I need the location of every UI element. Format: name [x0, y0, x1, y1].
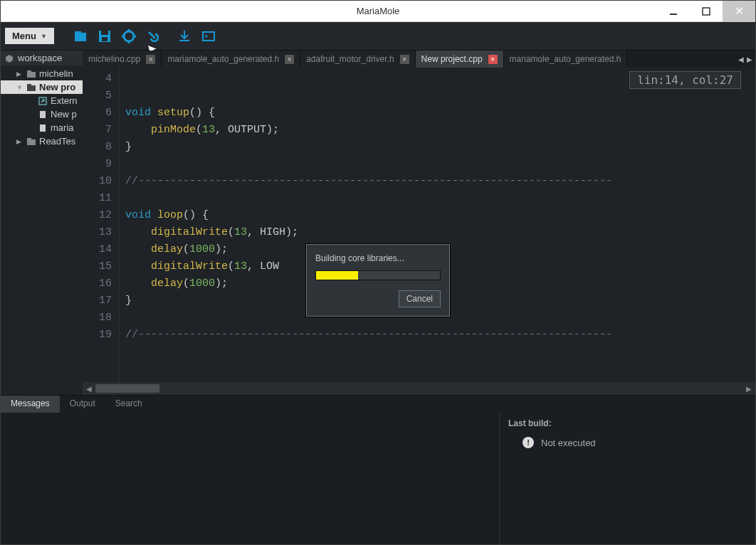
chevron-down-icon: ▼	[41, 33, 47, 40]
bottom-content: Last build: ! Not executed	[1, 413, 755, 544]
cancel-button[interactable]: Cancel	[399, 290, 441, 307]
progress-fill	[316, 271, 358, 280]
line-number: 16	[83, 275, 112, 292]
bottom-tabs: MessagesOutputSearch	[1, 396, 755, 413]
tree-expand-icon: ▶	[16, 138, 23, 145]
progress-bar	[315, 270, 441, 280]
menu-button[interactable]: Menu ▼	[5, 28, 54, 44]
line-number: 10	[83, 173, 112, 190]
editor-tab-2[interactable]: adafruit_motor_driver.h×	[300, 51, 415, 68]
app-window: MariaMole ✕ Menu ▼	[0, 0, 756, 545]
tree-item-icon	[26, 137, 36, 147]
sidebar-item-4[interactable]: maria	[1, 121, 83, 134]
settings-button[interactable]	[117, 26, 141, 47]
sidebar-item-3[interactable]: New p	[1, 107, 83, 121]
sidebar-item-2[interactable]: Extern	[1, 94, 83, 107]
dialog-text: Building core libraries...	[315, 253, 441, 263]
tree-expand-icon: ▼	[16, 84, 23, 91]
sidebar-item-1[interactable]: ▼New pro	[1, 80, 83, 94]
svg-rect-20	[40, 125, 46, 132]
serial-button[interactable]	[196, 26, 221, 47]
scroll-thumb[interactable]	[95, 384, 159, 393]
svg-rect-3	[75, 31, 81, 34]
editor-tab-0[interactable]: michelino.cpp×	[83, 51, 162, 68]
svg-rect-22	[27, 138, 31, 140]
folder-icon	[73, 28, 88, 44]
svg-rect-1	[703, 8, 710, 15]
tree-item-label: New pro	[39, 82, 75, 92]
horizontal-scrollbar[interactable]: ◀ ▶	[83, 382, 755, 395]
tab-scroll-left-icon[interactable]: ◀	[738, 55, 744, 63]
editor-tab-1[interactable]: mariamole_auto_generated.h×	[162, 51, 300, 68]
tab-scroll-right-icon[interactable]: ▶	[747, 55, 752, 63]
sidebar-item-0[interactable]: ▶michelin	[1, 67, 83, 80]
tab-close-icon[interactable]: ×	[146, 55, 155, 64]
close-icon: ✕	[735, 4, 744, 18]
tab-close-icon[interactable]: ×	[488, 55, 498, 64]
close-button[interactable]: ✕	[723, 1, 755, 22]
tree-item-icon	[38, 123, 48, 133]
tree-expand-icon: ▶	[16, 70, 23, 78]
sidebar-header[interactable]: workspace	[1, 51, 83, 65]
code-text[interactable]: void setup() { pinMode(13, OUTPUT); } //…	[120, 68, 755, 382]
tab-close-icon[interactable]: ×	[400, 55, 409, 64]
scroll-left-icon[interactable]: ◀	[83, 382, 95, 395]
download-icon	[177, 28, 192, 44]
last-build-title: Last build:	[508, 418, 747, 428]
tab-label: adafruit_motor_driver.h	[306, 54, 394, 64]
editor-area: michelino.cpp×mariamole_auto_generated.h…	[83, 51, 755, 395]
svg-rect-13	[203, 32, 214, 41]
editor-tab-4[interactable]: mariamole_auto_generated.h	[504, 51, 628, 68]
minimize-button[interactable]	[657, 1, 690, 22]
line-number: 17	[83, 292, 112, 309]
svg-rect-5	[101, 31, 108, 35]
toolbar: Menu ▼	[1, 22, 755, 51]
maximize-button[interactable]	[690, 1, 723, 22]
tab-label: New project.cpp	[421, 54, 483, 64]
workspace-icon	[5, 54, 14, 63]
tab-label: mariamole_auto_generated.h	[167, 54, 279, 64]
open-folder-button[interactable]	[68, 26, 93, 47]
sidebar-header-label: workspace	[18, 53, 62, 63]
cursor-position: lin:14, col:27	[629, 71, 741, 89]
editor[interactable]: 45678910111213141516171819 void setup() …	[83, 68, 755, 382]
svg-rect-21	[27, 139, 36, 145]
tab-strip: michelino.cpp×mariamole_auto_generated.h…	[83, 51, 755, 68]
line-number: 7	[83, 122, 112, 139]
bottom-tab-search[interactable]: Search	[105, 396, 152, 413]
save-icon	[97, 28, 112, 44]
bottom-tab-output[interactable]: Output	[60, 396, 105, 413]
tree-item-icon	[38, 110, 48, 120]
line-number: 18	[83, 309, 112, 327]
tree-item-label: michelin	[39, 68, 73, 79]
tree-item-label: Extern	[51, 95, 78, 106]
window-controls: ✕	[657, 1, 755, 22]
gear-icon	[121, 28, 137, 44]
bottom-tab-messages[interactable]: Messages	[1, 396, 60, 413]
line-number: 5	[83, 88, 112, 105]
tab-label: michelino.cpp	[88, 54, 140, 64]
editor-tab-3[interactable]: New project.cpp×	[416, 51, 504, 68]
svg-rect-6	[102, 37, 107, 41]
maximize-icon	[702, 7, 710, 16]
line-number: 11	[83, 190, 112, 207]
save-button[interactable]	[93, 26, 117, 47]
tab-close-icon[interactable]: ×	[285, 55, 294, 64]
tree-item-icon	[26, 83, 36, 92]
svg-rect-14	[27, 72, 36, 78]
line-number: 4	[83, 70, 112, 88]
sidebar-item-5[interactable]: ▶ReadTes	[1, 134, 83, 148]
line-number: 14	[83, 241, 112, 258]
svg-rect-19	[40, 111, 46, 118]
line-number: 19	[83, 327, 112, 344]
last-build-pane: Last build: ! Not executed	[499, 413, 755, 544]
svg-rect-15	[27, 70, 31, 73]
upload-button[interactable]	[172, 26, 196, 47]
bottom-panel: MessagesOutputSearch Last build: ! Not e…	[1, 395, 755, 544]
tree-item-label: ReadTes	[39, 136, 75, 147]
sidebar-tree: ▶michelin▼New proExternNew pmaria▶ReadTe…	[1, 65, 83, 148]
gutter: 45678910111213141516171819	[83, 68, 120, 382]
last-build-status-row: ! Not executed	[508, 437, 747, 448]
scroll-right-icon[interactable]: ▶	[742, 382, 755, 395]
build-button[interactable]	[141, 26, 165, 47]
